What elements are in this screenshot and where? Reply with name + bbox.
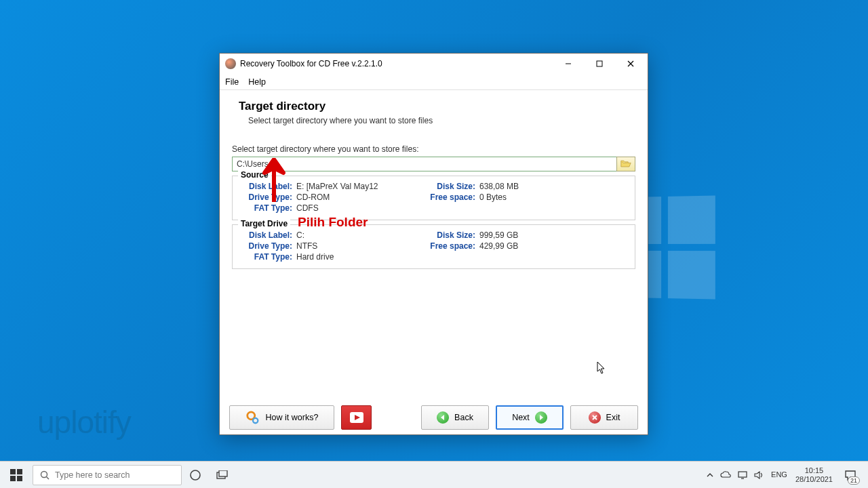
target-disk-label-lbl: Disk Label: (239, 230, 292, 240)
target-disk-size-lbl: Disk Size: (422, 230, 475, 240)
svg-rect-1 (597, 61, 602, 66)
back-button[interactable]: Back (421, 405, 489, 430)
svg-rect-7 (10, 469, 16, 474)
minimize-button[interactable] (553, 54, 584, 74)
task-view-icon (216, 470, 229, 480)
exit-label: Exit (606, 413, 620, 422)
app-window: Recovery Toolbox for CD Free v.2.2.1.0 F… (219, 53, 648, 435)
svg-rect-8 (17, 469, 22, 474)
source-fat-type-lbl: FAT Type: (239, 203, 292, 213)
close-button[interactable] (615, 54, 646, 74)
source-drive-type-lbl: Drive Type: (239, 192, 292, 202)
tray-date: 28/10/2021 (795, 475, 833, 483)
target-drive-type-val: NTFS (296, 241, 317, 251)
source-drive-panel: Source Disk Label:E: [MaPreX Val May12 D… (232, 176, 635, 220)
menu-help[interactable]: Help (248, 77, 266, 87)
taskbar-search-input[interactable]: Type here to search (33, 465, 182, 485)
target-free-space-val: 429,99 GB (479, 241, 518, 251)
target-fat-type-lbl: FAT Type: (239, 252, 292, 262)
folder-open-icon (620, 160, 631, 168)
tray-chevron-up-icon[interactable] (703, 462, 717, 489)
tray-onedrive-icon[interactable] (717, 462, 734, 489)
svg-rect-15 (219, 470, 227, 476)
windows-icon (10, 469, 22, 481)
cortana-button[interactable] (182, 462, 209, 489)
svg-rect-10 (17, 476, 22, 481)
target-fat-type-val: Hard drive (296, 252, 334, 262)
start-button[interactable] (0, 462, 33, 489)
next-button[interactable]: Next (496, 405, 564, 430)
gear-icon (245, 410, 260, 425)
titlebar[interactable]: Recovery Toolbox for CD Free v.2.2.1.0 (220, 54, 648, 74)
menu-file[interactable]: File (225, 77, 239, 87)
taskbar: Type here to search ENG 10:15 28/10/2021 (0, 461, 868, 488)
watermark: uplotify (37, 404, 131, 441)
target-disk-label-val: C: (296, 230, 304, 240)
svg-point-13 (191, 470, 200, 480)
window-title: Recovery Toolbox for CD Free v.2.2.1.0 (240, 59, 553, 68)
svg-point-11 (41, 471, 47, 477)
target-legend: Target Drive (238, 219, 290, 228)
next-label: Next (512, 413, 530, 422)
tray-volume-icon[interactable] (751, 462, 767, 489)
search-icon (40, 470, 50, 480)
notification-center-button[interactable]: 21 (837, 462, 864, 489)
target-drive-panel: Target Drive Disk Label:C: Disk Size:999… (232, 224, 635, 269)
tray-time: 10:15 (805, 466, 824, 474)
back-label: Back (454, 413, 473, 422)
play-icon (350, 412, 363, 423)
notification-badge: 21 (848, 476, 860, 485)
app-icon (225, 58, 236, 69)
app-footer: How it works? Back Next Exit (220, 401, 648, 434)
circle-icon (189, 469, 201, 481)
content-area: Target directory Select target directory… (220, 90, 648, 401)
system-tray: ENG 10:15 28/10/2021 21 (703, 462, 868, 489)
svg-point-5 (253, 418, 258, 423)
source-free-space-lbl: Free space: (422, 192, 475, 202)
source-legend: Source (238, 170, 271, 180)
youtube-button[interactable] (341, 405, 372, 430)
how-it-works-button[interactable]: How it works? (229, 405, 334, 430)
page-title: Target directory (239, 100, 635, 113)
task-view-button[interactable] (209, 462, 236, 489)
browse-folder-button[interactable] (616, 157, 635, 171)
exit-button[interactable]: Exit (570, 405, 638, 430)
arrow-left-icon (437, 411, 449, 424)
how-it-works-label: How it works? (266, 413, 319, 422)
close-icon (589, 411, 601, 424)
source-disk-size-lbl: Disk Size: (422, 182, 475, 191)
svg-rect-9 (10, 476, 16, 481)
source-drive-type-val: CD-ROM (296, 192, 330, 202)
target-path-input[interactable] (232, 157, 616, 171)
source-free-space-val: 0 Bytes (479, 192, 507, 202)
path-instruction: Select target directory where you want t… (232, 144, 635, 154)
page-subtitle: Select target directory where you want t… (248, 116, 635, 125)
target-free-space-lbl: Free space: (422, 241, 475, 251)
source-disk-label-val: E: [MaPreX Val May12 (296, 182, 378, 191)
maximize-button[interactable] (584, 54, 615, 74)
source-fat-type-val: CDFS (296, 203, 319, 213)
target-drive-type-lbl: Drive Type: (239, 241, 292, 251)
target-disk-size-val: 999,59 GB (479, 230, 518, 240)
search-placeholder: Type here to search (55, 470, 130, 480)
menubar: File Help (220, 74, 648, 90)
svg-rect-16 (738, 472, 747, 477)
tray-clock[interactable]: 10:15 28/10/2021 (791, 462, 837, 489)
tray-language[interactable]: ENG (767, 462, 791, 489)
source-disk-label-lbl: Disk Label: (239, 182, 292, 191)
arrow-right-icon (535, 411, 547, 424)
svg-line-12 (47, 476, 50, 479)
tray-network-icon[interactable] (734, 462, 751, 489)
mouse-cursor-icon (597, 361, 608, 375)
source-disk-size-val: 638,08 MB (479, 182, 519, 191)
